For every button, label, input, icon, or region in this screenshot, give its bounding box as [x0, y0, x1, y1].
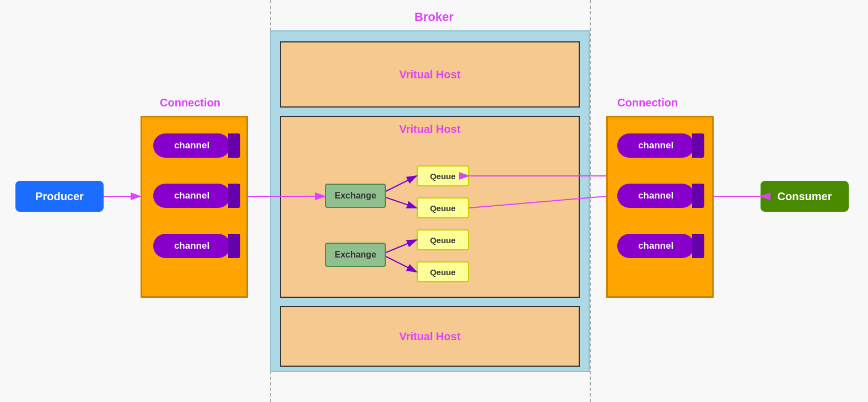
connection-left-label: Connection — [160, 97, 220, 109]
producer-box: Producer — [15, 181, 104, 212]
vhost-top-label: Vritual Host — [399, 68, 460, 81]
diagram-container: Broker Vritual Host Vritual Host Vritual… — [0, 0, 868, 402]
broker-right-line — [590, 0, 591, 402]
connection-right-label: Connection — [617, 97, 678, 109]
broker-label: Broker — [414, 10, 454, 24]
channel-right-3: channel — [617, 234, 694, 258]
channel-left-3: channel — [153, 234, 230, 258]
channel-left-1: channel — [153, 133, 230, 158]
channel-right-1: channel — [617, 133, 694, 158]
channel-left-2-cyl — [228, 184, 240, 208]
exchange-1: Exchange — [325, 184, 386, 208]
exchange-2: Exchange — [325, 243, 386, 267]
consumer-box: Consumer — [761, 181, 849, 212]
queue-2: Qeuue — [417, 197, 469, 218]
vhost-top: Vritual Host — [280, 41, 580, 108]
channel-right-2: channel — [617, 184, 694, 208]
vhost-bottom-label: Vritual Host — [399, 330, 460, 343]
queue-3: Qeuue — [417, 229, 469, 250]
vhost-bottom: Vritual Host — [280, 306, 580, 367]
channel-right-1-cyl — [692, 133, 704, 158]
queue-1: Qeuue — [417, 165, 469, 186]
vhost-middle-label: Vritual Host — [280, 119, 580, 136]
queue-4: Qeuue — [417, 261, 469, 282]
channel-right-2-cyl — [692, 184, 704, 208]
channel-left-1-cyl — [228, 133, 240, 158]
channel-left-3-cyl — [228, 234, 240, 258]
channel-left-2: channel — [153, 184, 230, 208]
channel-right-3-cyl — [692, 234, 704, 258]
